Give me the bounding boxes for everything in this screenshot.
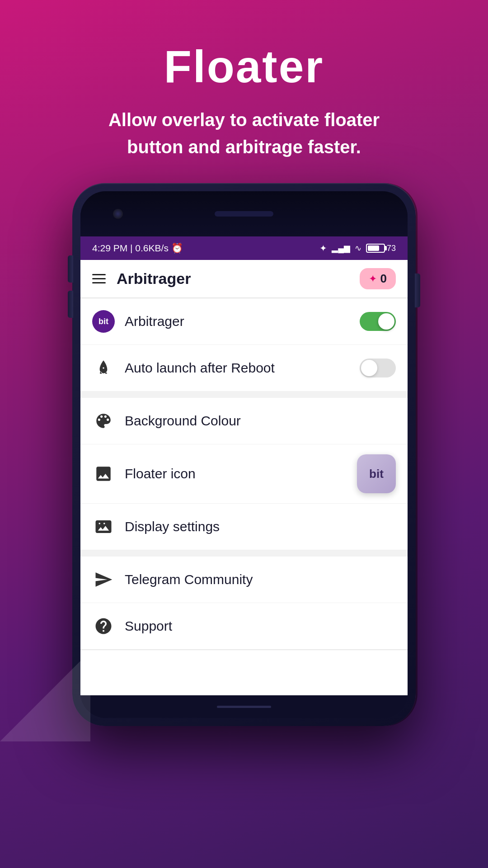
- auto-launch-toggle[interactable]: [360, 359, 396, 377]
- points-value: 0: [380, 272, 387, 286]
- support-label: Support: [125, 618, 396, 634]
- battery-indicator: 73: [366, 244, 396, 253]
- phone-mockup: 4:29 PM | 0.6KB/s ⏰ ✦ ▂▄▆ ∿ 73: [72, 183, 416, 726]
- palette-icon: [92, 410, 115, 432]
- section-3: Telegram Community Support: [80, 557, 408, 650]
- bluetooth-icon: ✦: [319, 243, 327, 254]
- volume-up-button: [68, 255, 73, 283]
- speaker-grill: [215, 211, 273, 217]
- display-settings-menu-item[interactable]: Display settings: [80, 504, 408, 550]
- auto-launch-label: Auto launch after Reboot: [125, 360, 360, 376]
- page-title: Floater: [164, 41, 324, 93]
- image-icon: [92, 462, 115, 485]
- app-header: Arbitrager ✦ 0: [80, 260, 408, 298]
- corner-decoration: [0, 651, 90, 741]
- page-subtitle: Allow overlay to activate floater button…: [81, 106, 407, 160]
- rocket-icon: [92, 357, 115, 379]
- background-colour-label: Background Colour: [125, 413, 396, 429]
- star-icon: ✦: [369, 273, 377, 285]
- top-bezel: [80, 191, 408, 236]
- wifi-icon: ∿: [355, 243, 361, 253]
- front-camera: [113, 209, 123, 219]
- floater-bit-badge: bit: [357, 454, 396, 493]
- telegram-label: Telegram Community: [125, 572, 396, 587]
- section-1: bit Arbitrager: [80, 298, 408, 392]
- status-time-speed: 4:29 PM | 0.6KB/s ⏰: [92, 243, 183, 254]
- power-button: [415, 274, 420, 307]
- status-icons: ✦ ▂▄▆ ∿ 73: [319, 243, 396, 254]
- telegram-menu-item[interactable]: Telegram Community: [80, 557, 408, 603]
- background-colour-menu-item[interactable]: Background Colour: [80, 398, 408, 444]
- section-divider-2: [80, 550, 408, 557]
- app-screen: Arbitrager ✦ 0 bit: [80, 260, 408, 695]
- section-2: Background Colour Floater icon b: [80, 398, 408, 550]
- signal-icon: ▂▄▆: [332, 243, 350, 253]
- arbitrager-menu-item[interactable]: bit Arbitrager: [80, 298, 408, 345]
- hamburger-button[interactable]: [92, 274, 106, 283]
- floater-icon-label: Floater icon: [125, 466, 357, 481]
- display-settings-label: Display settings: [125, 519, 396, 534]
- header-section: Floater Allow overlay to activate floate…: [0, 0, 488, 183]
- auto-launch-menu-item[interactable]: Auto launch after Reboot: [80, 345, 408, 392]
- telegram-icon: [92, 568, 115, 591]
- volume-down-button: [68, 291, 73, 318]
- app-title: Arbitrager: [117, 270, 360, 288]
- battery-level: 73: [387, 244, 396, 253]
- arbitrager-icon: bit: [92, 310, 115, 333]
- bit-label: bit: [369, 467, 384, 481]
- display-icon: [92, 515, 115, 538]
- arbitrager-toggle[interactable]: [360, 312, 396, 331]
- status-bar: 4:29 PM | 0.6KB/s ⏰ ✦ ▂▄▆ ∿ 73: [80, 236, 408, 260]
- support-icon: [92, 615, 115, 637]
- arbitrager-label: Arbitrager: [125, 314, 360, 329]
- floater-icon-menu-item[interactable]: Floater icon bit: [80, 444, 408, 504]
- section-divider-1: [80, 392, 408, 398]
- points-badge[interactable]: ✦ 0: [360, 268, 396, 289]
- bottom-bezel: [80, 695, 408, 718]
- support-menu-item[interactable]: Support: [80, 603, 408, 650]
